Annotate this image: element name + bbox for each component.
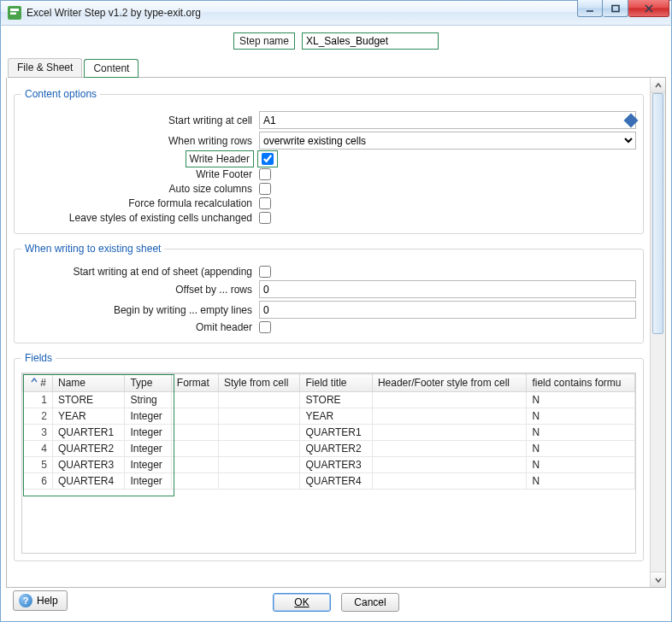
cell-num[interactable]: 5	[23, 457, 53, 473]
table-row[interactable]: 2YEARIntegerYEARN	[23, 408, 635, 425]
cancel-button[interactable]: Cancel	[341, 593, 399, 612]
cell-hf_style[interactable]	[372, 457, 527, 473]
cell-field_title[interactable]: QUARTER1	[300, 425, 372, 441]
cell-num[interactable]: 6	[23, 473, 53, 490]
autosize-checkbox[interactable]	[259, 183, 271, 195]
cell-contains_formula[interactable]: N	[527, 457, 635, 473]
table-row[interactable]: 4QUARTER2IntegerQUARTER2N	[23, 441, 635, 457]
offset-input[interactable]	[259, 280, 636, 298]
write-footer-checkbox[interactable]	[259, 168, 271, 180]
cell-hf_style[interactable]	[372, 425, 527, 441]
cell-contains_formula[interactable]: N	[527, 441, 635, 457]
cell-format[interactable]	[171, 408, 218, 425]
col-type[interactable]: Type	[125, 374, 171, 392]
group-content-options-legend: Content options	[21, 88, 100, 100]
scroll-thumb[interactable]	[652, 93, 663, 334]
cell-num[interactable]: 1	[23, 392, 53, 408]
cell-format[interactable]	[171, 473, 218, 490]
app-icon	[8, 6, 21, 20]
cell-format[interactable]	[171, 392, 218, 408]
cell-hf_style[interactable]	[372, 408, 527, 425]
col-num[interactable]: #	[23, 374, 53, 392]
cell-hf_style[interactable]	[372, 441, 527, 457]
cell-name[interactable]: QUARTER3	[53, 457, 125, 473]
scroll-down-button[interactable]	[651, 572, 665, 587]
cell-contains_formula[interactable]: N	[527, 473, 635, 490]
group-fields-legend: Fields	[21, 352, 56, 364]
table-row[interactable]: 1STOREStringSTOREN	[23, 392, 635, 408]
cell-num[interactable]: 2	[23, 408, 53, 425]
vertical-scrollbar[interactable]	[650, 78, 665, 587]
cell-field_title[interactable]: YEAR	[300, 408, 372, 425]
fields-table[interactable]: # Name Type Format Style from cell Field…	[22, 373, 635, 490]
group-existing-sheet: When writing to existing sheet Start wri…	[14, 243, 644, 343]
cell-type[interactable]: Integer	[125, 473, 171, 490]
tab-content[interactable]: Content	[84, 59, 139, 78]
cell-type[interactable]: Integer	[125, 425, 171, 441]
cell-format[interactable]	[171, 441, 218, 457]
cell-name[interactable]: QUARTER4	[53, 473, 125, 490]
cell-type[interactable]: String	[125, 392, 171, 408]
leave-styles-checkbox[interactable]	[259, 212, 271, 224]
cell-name[interactable]: QUARTER2	[53, 441, 125, 457]
cell-hf_style[interactable]	[372, 473, 527, 490]
col-field-title[interactable]: Field title	[300, 374, 372, 392]
window-buttons	[577, 0, 669, 17]
empty-lines-input[interactable]	[259, 301, 636, 319]
omit-header-label: Omit header	[21, 321, 254, 333]
table-row[interactable]: 6QUARTER4IntegerQUARTER4N	[23, 473, 635, 490]
append-checkbox[interactable]	[259, 266, 271, 278]
scroll-up-button[interactable]	[651, 78, 665, 93]
cell-style_from[interactable]	[218, 425, 299, 441]
tab-file-sheet[interactable]: File & Sheet	[8, 58, 82, 77]
cell-name[interactable]: STORE	[53, 392, 125, 408]
titlebar: Excel Writer Step v1.2 by type-exit.org	[0, 0, 672, 26]
col-hf-style[interactable]: Header/Footer style from cell	[372, 374, 527, 392]
when-rows-select[interactable]: overwrite existing cells	[259, 132, 636, 150]
table-row[interactable]: 3QUARTER1IntegerQUARTER1N	[23, 425, 635, 441]
cell-field_title[interactable]: STORE	[300, 392, 372, 408]
tab-pane: Content options Start writing at cell Wh…	[6, 78, 666, 588]
cell-hf_style[interactable]	[372, 392, 527, 408]
ok-button[interactable]: OK	[273, 593, 331, 612]
cell-num[interactable]: 3	[23, 425, 53, 441]
table-row[interactable]: 5QUARTER3IntegerQUARTER3N	[23, 457, 635, 473]
cell-style_from[interactable]	[218, 441, 299, 457]
cell-contains_formula[interactable]: N	[527, 408, 635, 425]
cell-name[interactable]: QUARTER1	[53, 425, 125, 441]
cell-field_title[interactable]: QUARTER4	[300, 473, 372, 490]
maximize-button[interactable]	[603, 0, 628, 17]
cell-format[interactable]	[171, 457, 218, 473]
cell-contains_formula[interactable]: N	[527, 425, 635, 441]
omit-header-checkbox[interactable]	[259, 321, 271, 333]
cell-field_title[interactable]: QUARTER3	[300, 457, 372, 473]
cell-type[interactable]: Integer	[125, 408, 171, 425]
cell-style_from[interactable]	[218, 408, 299, 425]
cell-contains_formula[interactable]: N	[527, 392, 635, 408]
force-recalc-checkbox[interactable]	[259, 197, 271, 209]
group-fields: Fields # Name Type Format	[14, 352, 644, 561]
cell-format[interactable]	[171, 425, 218, 441]
col-name[interactable]: Name	[53, 374, 125, 392]
col-style-from[interactable]: Style from cell	[218, 374, 299, 392]
dialog-buttons: OK Cancel	[6, 593, 666, 612]
cell-field_title[interactable]: QUARTER2	[300, 441, 372, 457]
cell-name[interactable]: YEAR	[53, 408, 125, 425]
start-cell-input[interactable]	[259, 111, 636, 129]
svg-rect-1	[612, 5, 619, 11]
start-cell-label: Start writing at cell	[21, 114, 254, 126]
minimize-button[interactable]	[577, 0, 603, 17]
scroll-body: Content options Start writing at cell Wh…	[7, 78, 651, 587]
write-header-checkbox[interactable]	[262, 153, 274, 165]
cell-num[interactable]: 4	[23, 441, 53, 457]
step-name-input[interactable]	[302, 32, 439, 50]
cell-type[interactable]: Integer	[125, 441, 171, 457]
cell-type[interactable]: Integer	[125, 457, 171, 473]
col-contains-formula[interactable]: field contains formu	[527, 374, 635, 392]
col-format[interactable]: Format	[171, 374, 218, 392]
close-button[interactable]	[628, 0, 669, 17]
cell-style_from[interactable]	[218, 392, 299, 408]
cell-style_from[interactable]	[218, 473, 299, 490]
cell-style_from[interactable]	[218, 457, 299, 473]
help-button[interactable]: ? Help	[13, 590, 68, 611]
